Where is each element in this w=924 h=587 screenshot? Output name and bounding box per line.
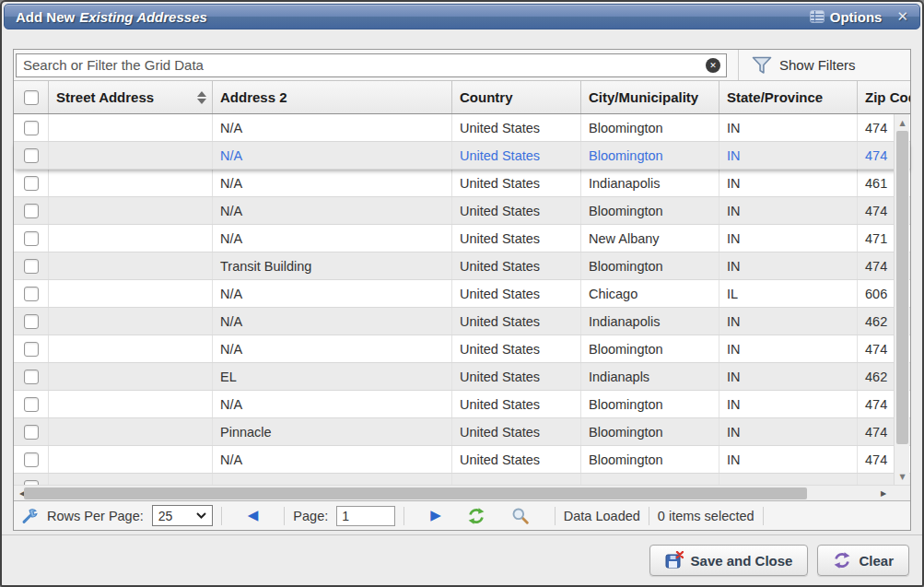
vertical-scrollbar[interactable]: ▲ ▼ (894, 114, 909, 485)
save-and-close-button[interactable]: Save and Close (649, 545, 809, 576)
options-button[interactable]: Options (810, 9, 883, 25)
scroll-right-icon[interactable]: ▶ (877, 486, 890, 501)
row-checkbox[interactable] (24, 397, 39, 412)
table-row[interactable]: N/AUnited StatesNew AlbanyIN471 (14, 225, 910, 252)
column-header-address-2[interactable]: Address 2 (213, 81, 452, 113)
show-filters-button[interactable]: Show Filters (752, 56, 856, 75)
cell-state: IN (719, 252, 858, 279)
cell-state: IN (719, 308, 858, 335)
row-checkbox-cell (14, 474, 49, 485)
settings-wrench-icon[interactable] (21, 507, 39, 524)
show-filters-label: Show Filters (779, 57, 856, 73)
cell-street (49, 335, 213, 362)
cell-state: IN (719, 197, 858, 224)
sort-icon[interactable] (197, 91, 206, 104)
table-row[interactable]: N/AUnited StatesBloomingtonIN474 (14, 197, 910, 225)
grid-widget: ✕ Show Filters Street Address (13, 49, 911, 531)
dialog-title-prefix: Add New (16, 9, 75, 25)
cell-city: Bloomington (581, 446, 719, 473)
filter-funnel-icon (752, 56, 772, 75)
scroll-down-icon[interactable]: ▼ (895, 470, 910, 483)
column-header-street-address[interactable]: Street Address (49, 81, 213, 113)
table-row[interactable]: N/AUnited StatesBloomingtonIN474 (14, 446, 910, 474)
row-checkbox[interactable] (24, 148, 39, 163)
column-header-city[interactable]: City/Municipality (581, 81, 719, 113)
cell-address2: Transit Building (213, 252, 452, 279)
row-checkbox-cell (14, 142, 49, 169)
cell-state: IN (719, 418, 858, 445)
next-page-icon[interactable]: ▶ (430, 509, 441, 522)
table-row[interactable]: N/AUnited StatesBloomingtonIN474 (14, 114, 910, 142)
row-checkbox[interactable] (24, 287, 39, 301)
row-checkbox[interactable] (24, 452, 39, 467)
cell-street (49, 225, 213, 252)
clear-search-icon[interactable]: ✕ (706, 58, 720, 73)
row-checkbox-cell (14, 335, 49, 362)
cell-street (49, 363, 213, 390)
column-header-state[interactable]: State/Province (719, 81, 858, 113)
table-row[interactable]: N/AUnited StatesIndianapolisIN461 (14, 170, 910, 197)
chevron-down-icon (196, 512, 206, 519)
cell-country: United States (452, 252, 581, 279)
cell-street (49, 280, 213, 307)
cell-address2: N/A (213, 197, 452, 224)
divider (221, 507, 222, 525)
table-row-partial[interactable] (14, 474, 910, 485)
page-number-input[interactable] (336, 506, 395, 526)
row-checkbox[interactable] (24, 231, 39, 246)
cell-city: Bloomington (581, 252, 719, 279)
divider (404, 507, 404, 525)
table-row[interactable]: N/AUnited StatesBloomingtonIN474 (14, 335, 910, 363)
divider (555, 507, 556, 525)
table-row[interactable]: N/AUnited StatesBloomingtonIN474 (14, 391, 910, 418)
rows-per-page-select[interactable]: 25 (152, 505, 213, 526)
table-row[interactable]: Transit BuildingUnited StatesBloomington… (14, 252, 910, 280)
column-header-label: Zip Code (865, 89, 910, 105)
items-selected-status: 0 items selected (658, 509, 754, 523)
row-checkbox[interactable] (24, 176, 39, 191)
cell-street (49, 308, 213, 335)
horizontal-scrollbar-thumb[interactable] (24, 487, 807, 499)
close-icon[interactable]: ✕ (896, 10, 908, 24)
row-checkbox-cell (14, 363, 49, 390)
cell-city: Indianapls (581, 363, 719, 390)
table-row[interactable]: ELUnited StatesIndianaplsIN462 (14, 363, 910, 391)
clear-button[interactable]: Clear (817, 545, 909, 576)
refresh-icon[interactable] (467, 507, 485, 525)
row-checkbox[interactable] (24, 204, 39, 218)
cell-street (49, 446, 213, 473)
cell-country: United States (452, 363, 581, 390)
row-checkbox[interactable] (24, 370, 39, 384)
cell-address2: N/A (213, 391, 452, 417)
cell-city (581, 474, 719, 485)
previous-page-icon[interactable]: ◀ (248, 509, 259, 522)
horizontal-scrollbar[interactable]: ◀ ▶ (14, 485, 910, 500)
clear-refresh-icon (833, 551, 851, 569)
table-row[interactable]: PinnacleUnited StatesBloomingtonIN474 (14, 418, 910, 446)
column-header-country[interactable]: Country (452, 81, 581, 113)
table-row[interactable]: N/AUnited StatesIndianapolisIN462 (14, 308, 910, 335)
cell-address2: N/A (213, 114, 452, 141)
cell-street (49, 474, 213, 485)
row-checkbox[interactable] (24, 259, 39, 274)
scroll-up-icon[interactable]: ▲ (895, 116, 910, 129)
column-header-zip[interactable]: Zip Code (858, 81, 910, 113)
row-checkbox[interactable] (24, 342, 39, 357)
rows-per-page-label: Rows Per Page: (47, 509, 144, 523)
vertical-scrollbar-thumb[interactable] (896, 131, 908, 444)
cell-country: United States (452, 335, 581, 362)
cell-state: IN (719, 142, 858, 169)
search-magnifier-icon[interactable] (511, 507, 529, 524)
row-checkbox[interactable] (24, 425, 39, 440)
select-all-checkbox[interactable] (24, 90, 39, 105)
row-checkbox[interactable] (24, 121, 39, 135)
grid-rows: N/AUnited StatesBloomingtonIN474N/AUnite… (14, 114, 910, 474)
search-input[interactable] (16, 53, 727, 77)
data-grid: Street Address Address 2 Country City/Mu… (14, 81, 910, 500)
table-row[interactable]: N/AUnited StatesChicagoIL606 (14, 280, 910, 308)
row-checkbox[interactable] (24, 314, 39, 329)
cell-country (452, 474, 581, 485)
search-bar: ✕ Show Filters (14, 50, 910, 81)
cell-city: Bloomington (581, 418, 719, 445)
table-row[interactable]: N/AUnited StatesBloomingtonIN474 (14, 142, 910, 170)
